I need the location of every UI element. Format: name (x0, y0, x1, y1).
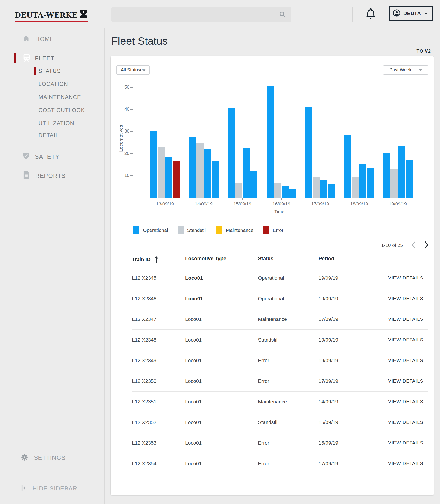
cell-status: Maintenance (258, 309, 287, 329)
table-row[interactable]: L12 X2353 Loco01 Error 16/09/19 VIEW DET… (132, 433, 428, 453)
profile-name: DEUTA (403, 11, 421, 16)
cell-period: 19/09/19 (318, 350, 338, 371)
table-row[interactable]: L12 X2352 Loco01 Standstill 15/09/19 VIE… (132, 412, 428, 433)
view-details-link[interactable]: VIEW DETAILS (388, 288, 423, 309)
column-header-status[interactable]: Status (258, 256, 273, 262)
view-details-link[interactable]: VIEW DETAILS (388, 268, 423, 288)
x-tick-label: 17/09/19 (304, 201, 336, 207)
sidebar-item-location[interactable]: LOCATION (39, 79, 68, 89)
chevron-down-icon (424, 13, 427, 15)
report-icon (22, 171, 30, 180)
active-subitem-indicator (34, 67, 36, 75)
cell-status: Error (258, 453, 269, 474)
cell-status: Error (258, 433, 269, 453)
view-details-link[interactable]: VIEW DETAILS (388, 392, 423, 412)
cell-locomotive-type: Loco01 (185, 371, 202, 391)
x-axis-title: Time (256, 209, 302, 214)
bar-operational (406, 160, 413, 198)
sidebar-subitem-label: UTILIZATION (39, 120, 74, 126)
bar-standstill (352, 177, 359, 198)
bar-operational (243, 148, 250, 198)
column-header-train-id[interactable]: Train ID (132, 256, 159, 263)
column-header-locomotive-type[interactable]: Locomotive Type (185, 256, 226, 262)
view-details-link[interactable]: VIEW DETAILS (388, 453, 423, 474)
sidebar-subitem-label: STATUS (39, 68, 61, 74)
cell-status: Standstill (258, 412, 278, 433)
x-tick-mark (204, 198, 204, 200)
sidebar-item-safety[interactable]: SAFETY (22, 152, 59, 162)
bar-standstill (235, 183, 242, 198)
home-icon (22, 35, 30, 43)
sidebar-item-label: SAFETY (35, 153, 59, 160)
table-row[interactable]: L12 X2345 Loco01 Operational 19/09/19 VI… (132, 268, 428, 288)
status-filter-dropdown[interactable]: All Statuses (116, 65, 150, 75)
cell-period: 17/09/19 (318, 371, 338, 391)
search-icon[interactable] (279, 11, 286, 19)
brand-name: DEUTA-WERKE (15, 11, 77, 20)
cell-train-id: L12 X2346 (132, 288, 156, 309)
legend-item: Operational (133, 226, 168, 234)
date-range-dropdown[interactable]: Past Week (383, 65, 428, 75)
view-details-link[interactable]: VIEW DETAILS (388, 350, 423, 371)
sidebar-item-home[interactable]: HOME (22, 34, 54, 44)
y-tick-label: 40 (116, 107, 129, 112)
cell-period: 17/09/19 (318, 453, 338, 474)
view-details-link[interactable]: VIEW DETAILS (388, 433, 423, 453)
chevron-down-icon (142, 69, 146, 71)
cell-period: 19/09/19 (318, 330, 338, 350)
table-row[interactable]: L12 X2354 Loco01 Error 17/09/19 VIEW DET… (132, 453, 428, 474)
view-details-link[interactable]: VIEW DETAILS (388, 309, 423, 329)
table-row[interactable]: L12 X2347 Loco01 Maintenance 17/09/19 VI… (132, 309, 428, 330)
previous-page-button[interactable] (411, 241, 416, 249)
y-tick-label: 20 (116, 151, 129, 156)
sidebar-item-maintenance[interactable]: MAINTENANCE (39, 92, 81, 102)
column-label: Locomotive Type (185, 256, 226, 262)
table-row[interactable]: L12 X2351 Loco01 Maintenance 14/09/19 VI… (132, 392, 428, 412)
view-details-link[interactable]: VIEW DETAILS (388, 371, 423, 391)
bar-operational (204, 149, 211, 198)
x-tick-mark (359, 198, 359, 200)
sidebar-item-utilization[interactable]: UTILIZATION (39, 118, 74, 128)
legend-label: Operational (143, 228, 168, 233)
table-row[interactable]: L12 X2348 Loco01 Standstill 19/09/19 VIE… (132, 330, 428, 350)
view-details-link[interactable]: VIEW DETAILS (388, 330, 423, 350)
cell-period: 14/09/19 (318, 392, 338, 412)
x-tick-label: 16/09/19 (265, 201, 297, 207)
sidebar-item-reports[interactable]: REPORTS (22, 171, 66, 181)
sidebar-item-settings[interactable]: SETTINGS (20, 453, 66, 463)
view-details-link[interactable]: VIEW DETAILS (388, 412, 423, 433)
cell-train-id: L12 X2345 (132, 268, 156, 288)
notifications-bell-icon[interactable] (365, 8, 377, 21)
table-row[interactable]: L12 X2349 Loco01 Error 19/09/19 VIEW DET… (132, 350, 428, 371)
search-bar[interactable] (111, 7, 291, 22)
sidebar-item-detail[interactable]: DETAIL (39, 130, 59, 140)
cell-period: 17/09/19 (318, 309, 338, 329)
bar-standstill (390, 169, 398, 198)
bar-operational (367, 168, 374, 198)
page-title: Fleet Status (111, 35, 167, 47)
cell-train-id: L12 X2347 (132, 309, 156, 329)
to-v2-link[interactable]: TO V2 (390, 49, 431, 54)
sidebar-item-label: HOME (35, 36, 54, 43)
pagination-range: 1-10 of 25 (357, 242, 403, 248)
profile-menu-button[interactable]: DEUTA (389, 6, 433, 21)
column-header-period[interactable]: Period (318, 256, 334, 262)
search-input[interactable] (111, 7, 291, 22)
cell-locomotive-type: Loco01 (185, 433, 202, 453)
date-range-value: Past Week (389, 67, 411, 73)
hide-sidebar-button[interactable]: HIDE SIDEBAR (20, 483, 77, 493)
legend-swatch-error (263, 226, 269, 234)
sidebar-item-cost-outlook[interactable]: COST OUTLOOK (39, 105, 85, 115)
sidebar-item-fleet[interactable]: FLEET (22, 53, 55, 63)
chevron-down-icon (419, 69, 422, 71)
cell-locomotive-type: Loco01 (185, 309, 202, 329)
bar-operational (383, 152, 390, 198)
table-row[interactable]: L12 X2346 Loco01 Operational 19/09/19 VI… (132, 288, 428, 309)
hourglass-logo-icon (80, 10, 88, 20)
sidebar-item-status[interactable]: STATUS (39, 66, 61, 76)
bar-operational (398, 146, 405, 198)
cell-locomotive-type: Loco01 (185, 350, 202, 371)
table-row[interactable]: L12 X2350 Loco01 Error 17/09/19 VIEW DET… (132, 371, 428, 392)
bar-operational (266, 86, 274, 198)
next-page-button[interactable] (424, 241, 430, 249)
